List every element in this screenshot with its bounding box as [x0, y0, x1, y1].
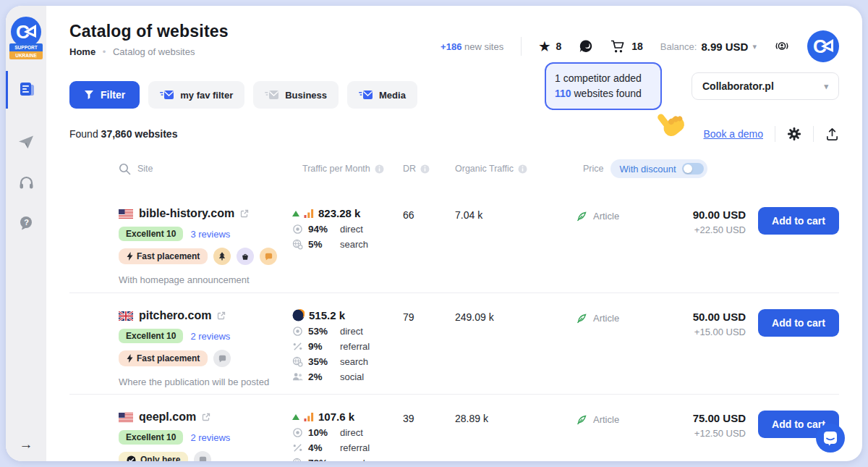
feather-icon: [576, 313, 587, 324]
comment-badge-icon[interactable]: [213, 350, 231, 367]
cart-icon: [610, 40, 626, 54]
favorites-button[interactable]: ★ 8: [539, 39, 561, 54]
traffic-breakdown-line: 94% direct: [292, 224, 397, 235]
business-filter-label: Business: [285, 90, 327, 101]
search-traffic-icon: [292, 458, 303, 461]
social-icon: [292, 371, 303, 382]
external-link-icon[interactable]: [240, 209, 249, 218]
cta-cell: Add to cart: [746, 309, 839, 394]
project-select[interactable]: Collaborator.pl ▾: [692, 72, 839, 100]
sidebar-logo[interactable]: C SUPPORT UKRAINE: [9, 16, 43, 59]
organic-traffic-cell: 7.04 k: [455, 207, 576, 293]
balance-label: Balance:: [660, 41, 697, 52]
my-fav-filter-button[interactable]: my fav filter: [148, 81, 244, 109]
direct-icon: [292, 224, 303, 235]
traffic-cell: 823.28 k 94% direct 5% search: [292, 207, 397, 293]
column-header-dr: DR: [397, 164, 455, 174]
table-toolbar: Book a demo: [704, 126, 840, 142]
check-circle-icon: [127, 455, 136, 462]
table-row: qeepl.com Excellent 10 2 reviews: [69, 394, 839, 461]
account-logo-icon[interactable]: C: [807, 30, 839, 62]
media-filter-button[interactable]: Media: [347, 81, 417, 109]
my-fav-filter-label: my fav filter: [180, 90, 233, 101]
reviews-link[interactable]: 2 reviews: [190, 331, 230, 342]
fav-filter-mail-icon: [160, 90, 174, 100]
site-domain[interactable]: qeepl.com: [139, 411, 196, 424]
traffic-breakdown-line: 5% search: [292, 239, 397, 250]
catalog-icon: [19, 82, 36, 98]
direct-icon: [292, 427, 303, 438]
media-filter-label: Media: [379, 90, 406, 101]
notifications-button[interactable]: [774, 39, 790, 54]
search-traffic-icon: [292, 239, 303, 250]
comment-badge-icon[interactable]: [194, 451, 211, 461]
page-header: Catalog of websites Home • Catalog of we…: [69, 22, 839, 62]
traffic-value: 823.28 k: [318, 207, 360, 219]
price-cell: 50.00 USD +15.00 USD: [641, 309, 746, 394]
sidebar-item-support[interactable]: [6, 175, 46, 190]
add-to-cart-button[interactable]: Add to cart: [758, 309, 839, 337]
format-cell: Article: [576, 207, 641, 293]
breadcrumb-current: Catalog of websites: [113, 46, 195, 57]
page-title: Catalog of websites: [69, 22, 229, 41]
cart-button[interactable]: 18: [610, 40, 643, 54]
tree-badge-icon[interactable]: [213, 248, 231, 265]
feather-icon: [576, 414, 587, 426]
site-domain[interactable]: bible-history.com: [139, 207, 234, 220]
info-icon[interactable]: [518, 164, 527, 174]
book-demo-link[interactable]: Book a demo: [704, 128, 764, 140]
comment-badge-icon[interactable]: [260, 248, 277, 265]
external-link-icon[interactable]: [217, 311, 226, 320]
sidebar-expand-arrow[interactable]: →: [6, 437, 46, 453]
chats-button[interactable]: [579, 39, 593, 54]
uk-flag-icon: [119, 311, 133, 321]
filter-button[interactable]: Filter: [69, 81, 140, 109]
with-discount-label: With discount: [619, 164, 676, 174]
site-header-label: Site: [137, 164, 153, 174]
placement-label: Only here: [140, 455, 180, 461]
reviews-link[interactable]: 3 reviews: [190, 229, 230, 240]
toolbar-divider: [813, 126, 814, 142]
price-value: 90.00 USD: [641, 209, 746, 221]
toggle-switch[interactable]: [682, 163, 704, 174]
business-filter-button[interactable]: Business: [253, 81, 339, 109]
breadcrumb-home[interactable]: Home: [69, 46, 95, 57]
funnel-icon: [84, 90, 94, 100]
info-icon[interactable]: [375, 164, 384, 174]
price-value: 50.00 USD: [641, 311, 746, 323]
organic-traffic-cell: 28.89 k: [455, 411, 576, 461]
with-discount-toggle[interactable]: With discount: [610, 159, 707, 178]
chat-launcher-button[interactable]: [816, 424, 845, 453]
sidebar-item-messages[interactable]: [6, 135, 46, 149]
add-to-cart-button[interactable]: Add to cart: [758, 207, 839, 235]
traffic-bars-icon: [304, 209, 314, 218]
svg-text:?: ?: [24, 218, 29, 227]
reviews-link[interactable]: 2 reviews: [190, 432, 230, 443]
site-domain[interactable]: pitchero.com: [139, 309, 211, 322]
basket-badge-icon[interactable]: [237, 248, 254, 265]
sidebar-item-help[interactable]: ?: [6, 216, 46, 230]
pointing-hand-icon: [656, 107, 691, 142]
sidebar-item-catalog[interactable]: [6, 71, 46, 109]
balance-dropdown[interactable]: Balance: 8.99 USD ▾: [660, 41, 757, 53]
new-sites-indicator[interactable]: +186 new sites: [441, 41, 503, 52]
search-icon[interactable]: [119, 163, 131, 175]
export-button[interactable]: [825, 127, 839, 141]
format-cell: Article: [576, 309, 641, 394]
traffic-value: 107.6 k: [318, 411, 354, 423]
new-sites-label: new sites: [461, 41, 503, 52]
settings-button[interactable]: [787, 127, 801, 141]
headphones-icon: [19, 175, 34, 190]
external-link-icon[interactable]: [202, 413, 210, 421]
format-label: Article: [593, 211, 619, 222]
websites-table: bible-history.com Excellent 10 3 reviews: [69, 191, 839, 461]
toggle-knob: [684, 164, 692, 173]
traffic-bars-icon: [304, 412, 314, 421]
info-icon[interactable]: [420, 164, 430, 174]
format-cell: Article: [576, 411, 641, 461]
main-content: Catalog of websites Home • Catalog of we…: [46, 6, 862, 461]
site-cell: qeepl.com Excellent 10 2 reviews: [119, 411, 292, 461]
row-spacer: [69, 309, 119, 394]
similarweb-icon: [292, 309, 305, 321]
price-extra: +12.50 USD: [641, 428, 746, 439]
